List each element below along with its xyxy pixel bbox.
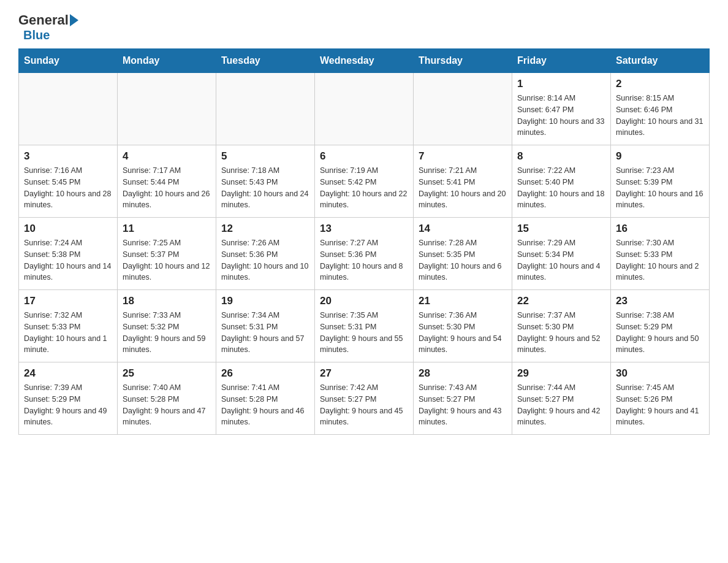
day-info: Sunrise: 7:40 AMSunset: 5:28 PMDaylight:… [123, 382, 211, 428]
day-info: Sunrise: 7:32 AMSunset: 5:33 PMDaylight:… [24, 310, 112, 356]
day-cell: 27Sunrise: 7:42 AMSunset: 5:27 PMDayligh… [315, 362, 414, 435]
day-cell: 8Sunrise: 7:22 AMSunset: 5:40 PMDaylight… [512, 145, 611, 218]
day-info: Sunrise: 7:34 AMSunset: 5:31 PMDaylight:… [221, 310, 309, 356]
header-wednesday: Wednesday [315, 49, 414, 73]
week-row-1: 1Sunrise: 8:14 AMSunset: 6:47 PMDaylight… [19, 73, 710, 145]
day-number: 10 [24, 223, 112, 235]
calendar-table: Sunday Monday Tuesday Wednesday Thursday… [18, 48, 710, 435]
day-number: 26 [221, 367, 309, 380]
day-info: Sunrise: 7:24 AMSunset: 5:38 PMDaylight:… [24, 237, 112, 283]
day-cell: 4Sunrise: 7:17 AMSunset: 5:44 PMDaylight… [118, 145, 216, 218]
day-info: Sunrise: 7:36 AMSunset: 5:30 PMDaylight:… [419, 310, 507, 356]
day-cell: 11Sunrise: 7:25 AMSunset: 5:37 PMDayligh… [118, 218, 216, 290]
day-number: 29 [517, 367, 605, 380]
day-number: 12 [221, 223, 309, 235]
day-cell: 21Sunrise: 7:36 AMSunset: 5:30 PMDayligh… [414, 290, 512, 362]
weekday-header-row: Sunday Monday Tuesday Wednesday Thursday… [19, 49, 710, 73]
day-number: 13 [320, 223, 408, 235]
day-info: Sunrise: 7:22 AMSunset: 5:40 PMDaylight:… [517, 165, 605, 211]
day-number: 18 [123, 295, 211, 307]
day-info: Sunrise: 7:39 AMSunset: 5:29 PMDaylight:… [24, 382, 112, 428]
header-sunday: Sunday [19, 49, 118, 73]
day-number: 16 [616, 223, 704, 235]
day-info: Sunrise: 7:35 AMSunset: 5:31 PMDaylight:… [320, 310, 408, 356]
week-row-2: 3Sunrise: 7:16 AMSunset: 5:45 PMDaylight… [19, 145, 710, 218]
day-cell [19, 73, 118, 145]
day-cell: 2Sunrise: 8:15 AMSunset: 6:46 PMDaylight… [611, 73, 710, 145]
week-row-4: 17Sunrise: 7:32 AMSunset: 5:33 PMDayligh… [19, 290, 710, 362]
day-info: Sunrise: 7:21 AMSunset: 5:41 PMDaylight:… [419, 165, 507, 211]
day-number: 24 [24, 367, 112, 380]
day-cell: 12Sunrise: 7:26 AMSunset: 5:36 PMDayligh… [216, 218, 315, 290]
day-cell: 25Sunrise: 7:40 AMSunset: 5:28 PMDayligh… [118, 362, 216, 435]
day-number: 5 [221, 150, 309, 163]
logo-text: General [18, 12, 78, 28]
day-cell: 7Sunrise: 7:21 AMSunset: 5:41 PMDaylight… [414, 145, 512, 218]
day-number: 3 [24, 150, 112, 163]
day-cell: 29Sunrise: 7:44 AMSunset: 5:27 PMDayligh… [512, 362, 611, 435]
day-info: Sunrise: 7:37 AMSunset: 5:30 PMDaylight:… [517, 310, 605, 356]
day-info: Sunrise: 7:16 AMSunset: 5:45 PMDaylight:… [24, 165, 112, 211]
day-cell: 3Sunrise: 7:16 AMSunset: 5:45 PMDaylight… [19, 145, 118, 218]
day-number: 8 [517, 150, 605, 163]
day-info: Sunrise: 7:27 AMSunset: 5:36 PMDaylight:… [320, 237, 408, 283]
day-cell: 15Sunrise: 7:29 AMSunset: 5:34 PMDayligh… [512, 218, 611, 290]
logo-blue: Blue [23, 28, 50, 42]
day-cell: 26Sunrise: 7:41 AMSunset: 5:28 PMDayligh… [216, 362, 315, 435]
day-number: 2 [616, 78, 704, 90]
logo-general: General [18, 12, 69, 28]
day-info: Sunrise: 7:45 AMSunset: 5:26 PMDaylight:… [616, 382, 704, 428]
day-cell: 6Sunrise: 7:19 AMSunset: 5:42 PMDaylight… [315, 145, 414, 218]
day-number: 1 [517, 78, 605, 90]
day-cell [216, 73, 315, 145]
day-info: Sunrise: 7:43 AMSunset: 5:27 PMDaylight:… [419, 382, 507, 428]
week-row-5: 24Sunrise: 7:39 AMSunset: 5:29 PMDayligh… [19, 362, 710, 435]
day-cell: 30Sunrise: 7:45 AMSunset: 5:26 PMDayligh… [611, 362, 710, 435]
day-number: 30 [616, 367, 704, 380]
header-thursday: Thursday [414, 49, 512, 73]
day-number: 4 [123, 150, 211, 163]
day-number: 27 [320, 367, 408, 380]
day-info: Sunrise: 8:14 AMSunset: 6:47 PMDaylight:… [517, 93, 605, 139]
day-info: Sunrise: 7:30 AMSunset: 5:33 PMDaylight:… [616, 237, 704, 283]
day-cell: 17Sunrise: 7:32 AMSunset: 5:33 PMDayligh… [19, 290, 118, 362]
day-info: Sunrise: 7:18 AMSunset: 5:43 PMDaylight:… [221, 165, 309, 211]
logo: General Blue [18, 12, 78, 42]
day-number: 19 [221, 295, 309, 307]
day-number: 21 [419, 295, 507, 307]
day-info: Sunrise: 7:29 AMSunset: 5:34 PMDaylight:… [517, 237, 605, 283]
logo-arrow-icon [70, 14, 78, 26]
day-number: 7 [419, 150, 507, 163]
day-info: Sunrise: 7:25 AMSunset: 5:37 PMDaylight:… [123, 237, 211, 283]
day-number: 9 [616, 150, 704, 163]
week-row-3: 10Sunrise: 7:24 AMSunset: 5:38 PMDayligh… [19, 218, 710, 290]
day-info: Sunrise: 7:38 AMSunset: 5:29 PMDaylight:… [616, 310, 704, 356]
day-number: 25 [123, 367, 211, 380]
day-cell: 5Sunrise: 7:18 AMSunset: 5:43 PMDaylight… [216, 145, 315, 218]
day-cell [315, 73, 414, 145]
day-cell: 14Sunrise: 7:28 AMSunset: 5:35 PMDayligh… [414, 218, 512, 290]
day-number: 20 [320, 295, 408, 307]
day-info: Sunrise: 7:26 AMSunset: 5:36 PMDaylight:… [221, 237, 309, 283]
day-info: Sunrise: 7:17 AMSunset: 5:44 PMDaylight:… [123, 165, 211, 211]
day-number: 11 [123, 223, 211, 235]
day-cell [414, 73, 512, 145]
day-info: Sunrise: 7:41 AMSunset: 5:28 PMDaylight:… [221, 382, 309, 428]
day-info: Sunrise: 7:33 AMSunset: 5:32 PMDaylight:… [123, 310, 211, 356]
day-number: 28 [419, 367, 507, 380]
day-info: Sunrise: 7:44 AMSunset: 5:27 PMDaylight:… [517, 382, 605, 428]
day-cell: 23Sunrise: 7:38 AMSunset: 5:29 PMDayligh… [611, 290, 710, 362]
day-cell: 19Sunrise: 7:34 AMSunset: 5:31 PMDayligh… [216, 290, 315, 362]
day-cell: 20Sunrise: 7:35 AMSunset: 5:31 PMDayligh… [315, 290, 414, 362]
day-info: Sunrise: 7:23 AMSunset: 5:39 PMDaylight:… [616, 165, 704, 211]
day-cell: 18Sunrise: 7:33 AMSunset: 5:32 PMDayligh… [118, 290, 216, 362]
day-info: Sunrise: 7:42 AMSunset: 5:27 PMDaylight:… [320, 382, 408, 428]
day-cell: 22Sunrise: 7:37 AMSunset: 5:30 PMDayligh… [512, 290, 611, 362]
header-monday: Monday [118, 49, 216, 73]
day-number: 22 [517, 295, 605, 307]
day-cell: 13Sunrise: 7:27 AMSunset: 5:36 PMDayligh… [315, 218, 414, 290]
day-cell: 9Sunrise: 7:23 AMSunset: 5:39 PMDaylight… [611, 145, 710, 218]
day-cell [118, 73, 216, 145]
day-cell: 28Sunrise: 7:43 AMSunset: 5:27 PMDayligh… [414, 362, 512, 435]
day-info: Sunrise: 7:28 AMSunset: 5:35 PMDaylight:… [419, 237, 507, 283]
